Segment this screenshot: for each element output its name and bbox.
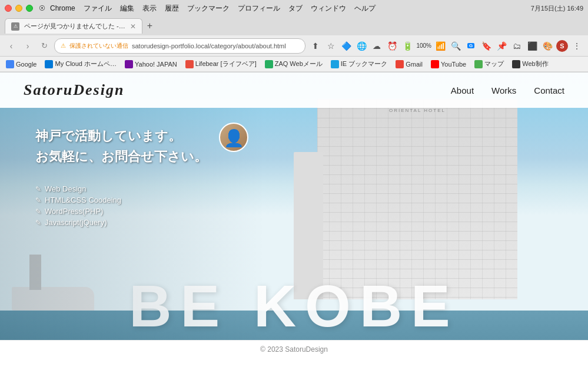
skill-icon-1: ✎ bbox=[35, 196, 41, 204]
maximize-button[interactable] bbox=[26, 5, 33, 12]
tab-bar: ⚠ ページが見つかりませんでした -… ✕ + bbox=[0, 16, 588, 35]
yahoo-favicon bbox=[125, 60, 133, 68]
ext1[interactable]: 🔖 bbox=[480, 39, 493, 52]
skill-label-0: Web Design bbox=[45, 184, 87, 193]
bookmark-ie[interactable]: IE ブックマーク bbox=[331, 60, 387, 68]
address-bar: ‹ › ↻ ⚠ 保護されていない通信 satorudesign-portfoli… bbox=[0, 35, 588, 57]
site-logo: SatoruDesign bbox=[24, 81, 124, 99]
warning-icon: ⚠ bbox=[61, 42, 66, 49]
title-bar: ⦿ Chrome ファイル 編集 表示 履歴 ブックマーク プロフィール タブ … bbox=[0, 0, 588, 16]
close-button[interactable] bbox=[5, 5, 12, 12]
bookmark-gmail[interactable]: Gmail bbox=[396, 60, 423, 68]
bookmark-lifebear[interactable]: Lifebear [ライフベア] bbox=[185, 60, 257, 68]
site-footer: © 2023 SatoruDesign bbox=[0, 340, 588, 358]
site-nav: About Works Contact bbox=[451, 85, 564, 95]
wifi-icon: 📶 bbox=[434, 39, 447, 52]
ext5[interactable]: 🎨 bbox=[541, 39, 554, 52]
new-tab-icon[interactable]: G bbox=[464, 39, 477, 52]
menu-profile[interactable]: プロフィール bbox=[238, 4, 280, 14]
menu-bar: Chrome ファイル 編集 表示 履歴 ブックマーク プロフィール タブ ウィ… bbox=[50, 4, 376, 14]
site-header: SatoruDesign About Works Contact bbox=[0, 72, 588, 108]
bookmark-youtube[interactable]: YouTube bbox=[431, 60, 466, 68]
menu-edit[interactable]: 編集 bbox=[120, 4, 134, 14]
search-icon[interactable]: 🔍 bbox=[449, 39, 462, 52]
ext3[interactable]: 🗂 bbox=[510, 39, 523, 52]
menu-window[interactable]: ウィンドウ bbox=[311, 4, 346, 14]
tab-favicon: ⚠ bbox=[11, 22, 19, 31]
menu-chrome[interactable]: Chrome bbox=[50, 4, 75, 12]
bookmark-webdev[interactable]: Web制作 bbox=[512, 60, 548, 68]
bookmarks-bar: Google My Cloud ホームペ… Yahoo! JAPAN Lifeb… bbox=[0, 57, 588, 72]
address-input[interactable]: ⚠ 保護されていない通信 satorudesign-portfolio.loca… bbox=[54, 38, 305, 54]
back-button[interactable]: ‹ bbox=[5, 39, 18, 52]
menu-bookmarks[interactable]: ブックマーク bbox=[187, 4, 230, 14]
new-tab-button[interactable]: + bbox=[145, 21, 155, 31]
hotel-sign: ORIENTAL HOTEL bbox=[389, 108, 446, 113]
menu-file[interactable]: ファイル bbox=[84, 4, 112, 14]
active-tab[interactable]: ⚠ ページが見つかりませんでした -… ✕ bbox=[5, 18, 142, 34]
forward-button[interactable]: › bbox=[21, 39, 34, 52]
skill-item-3: ✎ Javascript(jQuery) bbox=[35, 218, 207, 227]
url-display[interactable]: satorudesign-portfolio.local/category/ab… bbox=[132, 42, 299, 49]
menu-help[interactable]: ヘルプ bbox=[354, 4, 376, 14]
skill-label-3: Javascript(jQuery) bbox=[45, 218, 107, 227]
system-time: 7月15日(土) 16:49 bbox=[531, 4, 583, 13]
share-icon[interactable]: ⬆ bbox=[309, 39, 322, 52]
traffic-lights bbox=[5, 5, 33, 12]
nav-works[interactable]: Works bbox=[491, 85, 516, 95]
profile-button[interactable]: S bbox=[556, 40, 568, 52]
hero-title-line2: お気軽に、お問合せ下さい。 bbox=[35, 146, 207, 167]
webdev-favicon bbox=[512, 60, 520, 68]
bookmark-star-icon[interactable]: ☆ bbox=[324, 39, 337, 52]
toolbar-icons: ⬆ ☆ 🔷 🌐 ☁ ⏰ 🔋 100% 📶 🔍 G 🔖 📌 🗂 ⬛ 🎨 S ⋮ bbox=[309, 39, 583, 52]
skill-list: ✎ Web Design ✎ HTML&CSS Coodeing ✎ WordP… bbox=[35, 184, 207, 227]
extension-icon-4[interactable]: ⏰ bbox=[386, 39, 398, 52]
youtube-favicon bbox=[431, 60, 439, 68]
skill-label-2: WordPress(PHP) bbox=[45, 207, 103, 216]
tab-close-button[interactable]: ✕ bbox=[130, 22, 136, 31]
skill-icon-2: ✎ bbox=[35, 207, 41, 216]
copyright: © 2023 SatoruDesign bbox=[260, 345, 328, 354]
zaq-favicon bbox=[265, 60, 273, 68]
menu-view[interactable]: 表示 bbox=[142, 4, 157, 14]
bookmark-zaq[interactable]: ZAQ Webメール bbox=[265, 60, 323, 68]
hotel-building: ORIENTAL HOTEL bbox=[294, 87, 541, 299]
battery-icon: 🔋 bbox=[401, 39, 414, 52]
extension-icon-3[interactable]: ☁ bbox=[370, 39, 383, 52]
avatar: 👤 bbox=[219, 123, 248, 152]
hero-content: 神戸で活動しています。 お気軽に、お問合せ下さい。 👤 ✎ Web Design… bbox=[35, 126, 207, 229]
skill-item-1: ✎ HTML&CSS Coodeing bbox=[35, 196, 207, 204]
chrome-icon: ⦿ bbox=[39, 5, 45, 12]
bookmark-maps[interactable]: マップ bbox=[474, 60, 504, 68]
website-content: ORIENTAL HOTEL BE KOBE SatoruDesign Abou… bbox=[0, 72, 588, 358]
tab-title: ページが見つかりませんでした -… bbox=[24, 22, 125, 31]
browser-chrome: ⦿ Chrome ファイル 編集 表示 履歴 ブックマーク プロフィール タブ … bbox=[0, 0, 588, 72]
mycloud-favicon bbox=[45, 60, 53, 68]
minimize-button[interactable] bbox=[15, 5, 22, 12]
ext2[interactable]: 📌 bbox=[495, 39, 508, 52]
skill-item-0: ✎ Web Design bbox=[35, 184, 207, 193]
security-warning: 保護されていない通信 bbox=[69, 42, 128, 50]
hero-title-line1: 神戸で活動しています。 bbox=[35, 126, 207, 146]
extension-icon-1[interactable]: 🔷 bbox=[340, 39, 353, 52]
menu-tab[interactable]: タブ bbox=[288, 4, 303, 14]
extension-icon-2[interactable]: 🌐 bbox=[355, 39, 368, 52]
reload-button[interactable]: ↻ bbox=[38, 39, 51, 52]
nav-about[interactable]: About bbox=[451, 85, 474, 95]
ie-favicon bbox=[331, 60, 339, 68]
skill-item-2: ✎ WordPress(PHP) bbox=[35, 207, 207, 216]
lifebear-favicon bbox=[185, 60, 194, 68]
menu-history[interactable]: 履歴 bbox=[165, 4, 179, 14]
menu-dots-icon[interactable]: ⋮ bbox=[570, 39, 583, 52]
gmail-favicon bbox=[396, 60, 404, 68]
bookmark-yahoo[interactable]: Yahoo! JAPAN bbox=[125, 60, 177, 68]
bookmark-google[interactable]: Google bbox=[6, 60, 36, 68]
ext4[interactable]: ⬛ bbox=[526, 39, 539, 52]
google-favicon bbox=[6, 60, 14, 68]
maps-favicon bbox=[474, 60, 483, 68]
nav-contact[interactable]: Contact bbox=[534, 85, 564, 95]
bookmark-mycloud[interactable]: My Cloud ホームペ… bbox=[45, 60, 117, 68]
skill-icon-0: ✎ bbox=[35, 185, 41, 193]
skill-icon-3: ✎ bbox=[35, 219, 41, 227]
hero-title: 神戸で活動しています。 お気軽に、お問合せ下さい。 bbox=[35, 126, 207, 167]
